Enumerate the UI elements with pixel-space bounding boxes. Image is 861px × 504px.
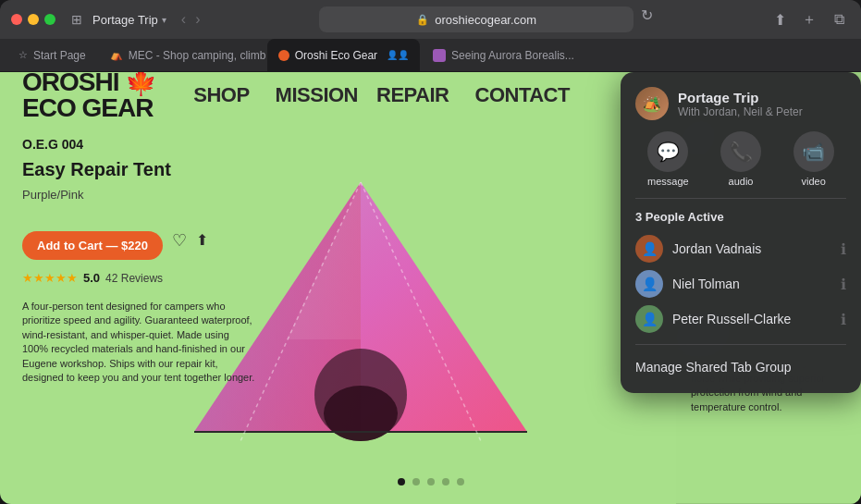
tab-mec[interactable]: ⛺ MEC - Shop camping, climbing... xyxy=(99,39,265,71)
browser-window: ⊞ Portage Trip ▾ ‹ › 🔒 oroshiecogear.com… xyxy=(0,0,861,504)
aurora-favicon xyxy=(433,49,446,62)
message-label: message xyxy=(647,176,689,187)
address-text: oroshiecogear.com xyxy=(435,13,536,27)
fullscreen-button[interactable] xyxy=(44,14,55,25)
product-description: A four-person tent designed for campers … xyxy=(22,300,255,385)
person-name-jordan: Jordan Vadnais xyxy=(672,241,831,256)
title-bar: ⊞ Portage Trip ▾ ‹ › 🔒 oroshiecogear.com… xyxy=(0,0,861,39)
tab-label-mec: MEC - Shop camping, climbing... xyxy=(129,49,265,62)
info-icon-niel[interactable]: ℹ xyxy=(841,276,846,293)
site-nav-links: SHOP MISSION xyxy=(193,83,358,107)
chevron-down-icon: ▾ xyxy=(162,15,166,25)
tab-group-name[interactable]: Portage Trip ▾ xyxy=(92,13,166,27)
audio-icon-circle: 📞 xyxy=(720,131,761,172)
message-icon-circle: 💬 xyxy=(647,131,688,172)
tab-start-page[interactable]: ☆ Start Page xyxy=(7,39,97,71)
audio-label: audio xyxy=(729,176,754,187)
communication-actions: 💬 message 📞 audio 📹 video xyxy=(635,131,846,187)
oroshi-favicon xyxy=(278,50,289,61)
person-name-peter: Peter Russell-Clarke xyxy=(672,312,831,326)
tab-label-start: Start Page xyxy=(33,49,86,62)
dot-5[interactable] xyxy=(457,478,464,486)
dot-4[interactable] xyxy=(442,478,449,486)
toolbar-actions: ⬆ ＋ ⧉ xyxy=(769,8,850,31)
message-action[interactable]: 💬 message xyxy=(635,131,701,187)
new-tab-button[interactable]: ＋ xyxy=(798,8,820,31)
audio-action[interactable]: 📞 audio xyxy=(708,131,774,187)
wishlist-icon[interactable]: ♡ xyxy=(172,230,187,251)
tab-label-aurora: Seeing Aurora Borealis... xyxy=(451,49,574,62)
tent-icon: ⛺ xyxy=(110,49,123,61)
info-icon-jordan[interactable]: ℹ xyxy=(841,240,846,258)
star-icons: ★★★★★ xyxy=(22,271,78,285)
address-bar[interactable]: 🔒 oroshiecogear.com xyxy=(319,6,633,32)
rating-row: ★★★★★ 5.0 42 Reviews xyxy=(22,271,255,285)
tabs-bar: ☆ Start Page ⛺ MEC - Shop camping, climb… xyxy=(0,39,861,72)
nav-shop[interactable]: SHOP xyxy=(193,83,249,107)
star-icon: ☆ xyxy=(18,49,28,61)
avatar-peter: 👤 xyxy=(635,305,663,333)
people-list: 👤 Jordan Vadnais ℹ 👤 Niel Tolman ℹ 👤 xyxy=(635,235,846,333)
tab-group-grid-icon: ⊞ xyxy=(68,11,85,28)
svg-marker-7 xyxy=(287,182,361,339)
tab-label-oroshi: Oroshi Eco Gear xyxy=(295,49,377,62)
nav-repair[interactable]: REPAIR xyxy=(376,83,449,107)
nav-mission[interactable]: MISSION xyxy=(276,83,358,107)
dot-2[interactable] xyxy=(412,478,420,486)
forward-button[interactable]: › xyxy=(191,9,203,30)
tab-group-popover: 🏕️ Portage Trip With Jordan, Neil & Pete… xyxy=(621,72,861,393)
tab-oroshi[interactable]: Oroshi Eco Gear 👤👤 xyxy=(267,39,420,71)
video-action[interactable]: 📹 video xyxy=(781,131,846,187)
minimize-button[interactable] xyxy=(28,14,39,25)
video-icon-circle: 📹 xyxy=(793,131,834,172)
rating-count: 42 Reviews xyxy=(105,272,163,285)
manage-shared-tab-group-button[interactable]: Manage Shared Tab Group xyxy=(635,356,846,378)
tab-aurora[interactable]: Seeing Aurora Borealis... xyxy=(422,39,585,71)
info-icon-peter[interactable]: ℹ xyxy=(841,311,846,328)
person-name-niel: Niel Tolman xyxy=(672,277,831,291)
lock-icon: 🔒 xyxy=(416,14,429,26)
dot-3[interactable] xyxy=(427,478,435,486)
site-nav-links-2: REPAIR CONTACT xyxy=(376,83,570,107)
dot-1[interactable] xyxy=(398,478,405,486)
avatar-niel: 👤 xyxy=(635,270,663,298)
address-bar-container: 🔒 oroshiecogear.com ↻ xyxy=(211,6,761,32)
hero-left: O.E.G 004 Easy Repair Tent Purple/Pink A… xyxy=(0,118,277,504)
add-to-cart-button[interactable]: Add to Cart — $220 xyxy=(22,231,163,260)
rating-score: 5.0 xyxy=(83,271,100,285)
video-label: video xyxy=(802,176,826,187)
share-product-icon[interactable]: ⬆ xyxy=(196,231,208,249)
nav-contact[interactable]: CONTACT xyxy=(475,83,570,107)
tab-group-title-text: Portage Trip xyxy=(92,13,158,27)
group-avatar: 🏕️ xyxy=(635,87,669,120)
person-row-niel[interactable]: 👤 Niel Tolman ℹ xyxy=(635,270,846,298)
avatar-jordan-emoji: 👤 xyxy=(642,241,658,256)
group-title: Portage Trip xyxy=(678,90,803,105)
back-button[interactable]: ‹ xyxy=(178,9,190,30)
tab-sharing-avatars: 👤👤 xyxy=(387,50,409,60)
product-color: Purple/Pink xyxy=(22,188,255,202)
close-button[interactable] xyxy=(11,14,22,25)
divider-1 xyxy=(635,198,846,199)
product-code: O.E.G 004 xyxy=(22,137,255,152)
avatar-niel-emoji: 👤 xyxy=(642,277,658,291)
nav-arrows: ‹ › xyxy=(178,9,204,30)
person-row-peter[interactable]: 👤 Peter Russell-Clarke ℹ xyxy=(635,305,846,333)
people-active-label: 3 People Active xyxy=(635,210,846,224)
product-name: Easy Repair Tent xyxy=(22,159,255,180)
group-avatar-emoji: 🏕️ xyxy=(643,95,661,113)
reload-button[interactable]: ↻ xyxy=(641,6,653,32)
person-row-jordan[interactable]: 👤 Jordan Vadnais ℹ xyxy=(635,235,846,263)
share-icon[interactable]: ⬆ xyxy=(769,8,791,31)
carousel-dots xyxy=(398,478,464,486)
popover-header: 🏕️ Portage Trip With Jordan, Neil & Pete… xyxy=(635,87,846,120)
divider-2 xyxy=(635,344,846,345)
group-info: Portage Trip With Jordan, Neil & Peter xyxy=(678,90,803,118)
content-area: OROSHI 🍁 ECO GEAR SHOP MISSION REPAIR CO… xyxy=(0,72,861,504)
avatar-jordan: 👤 xyxy=(635,235,663,263)
site-logo: OROSHI 🍁 ECO GEAR xyxy=(22,72,156,121)
tab-overview-button[interactable]: ⧉ xyxy=(828,8,850,31)
avatar-peter-emoji: 👤 xyxy=(642,312,658,326)
add-to-cart-label: Add to Cart — $220 xyxy=(37,239,148,252)
group-subtitle: With Jordan, Neil & Peter xyxy=(678,105,803,118)
